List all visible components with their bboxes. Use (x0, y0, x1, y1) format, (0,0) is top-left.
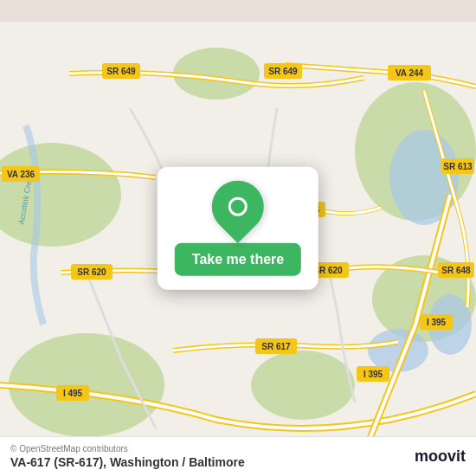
svg-text:SR 620: SR 620 (77, 267, 106, 277)
take-me-there-button[interactable]: Take me there (175, 243, 301, 276)
svg-text:VA 236: VA 236 (7, 170, 35, 179)
svg-text:I 395: I 395 (427, 318, 447, 327)
moovit-logo: moovit (415, 447, 466, 466)
map-pin (202, 170, 275, 243)
svg-text:VA 244: VA 244 (396, 68, 424, 78)
svg-text:SR 649: SR 649 (106, 67, 136, 76)
svg-text:SR 617: SR 617 (261, 342, 291, 351)
location-name: VA-617 (SR-617), Washington / Baltimore (10, 455, 245, 469)
svg-text:SR 613: SR 613 (443, 162, 473, 171)
location-info: © OpenStreetMap contributors VA-617 (SR-… (10, 444, 245, 469)
popup-card: Take me there (158, 167, 318, 290)
copyright-text: © OpenStreetMap contributors (10, 444, 245, 453)
map-pin-circle (228, 197, 248, 216)
map-pin-inner (228, 197, 248, 216)
svg-point-5 (251, 351, 355, 420)
svg-text:SR 649: SR 649 (268, 67, 298, 76)
svg-text:SR 648: SR 648 (441, 266, 471, 275)
svg-text:I 495: I 495 (63, 389, 83, 398)
svg-text:I 395: I 395 (363, 370, 383, 379)
map-container: Accotink Creek (0, 0, 476, 476)
bottom-bar: © OpenStreetMap contributors VA-617 (SR-… (0, 436, 476, 476)
moovit-logo-text: moovit (415, 447, 466, 466)
